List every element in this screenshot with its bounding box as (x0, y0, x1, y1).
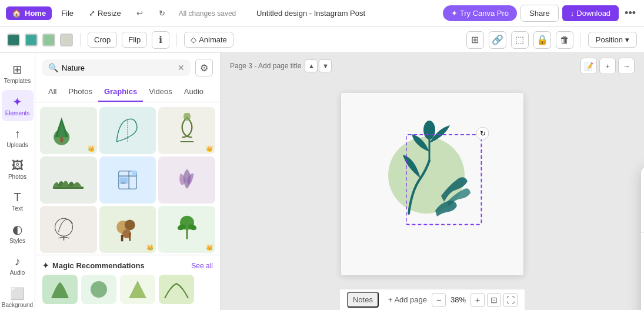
tab-audio[interactable]: Audio (178, 82, 209, 102)
search-icon: 🔍 (48, 63, 58, 72)
graphic-item[interactable] (158, 156, 215, 204)
download-button[interactable]: ↓ Download (562, 5, 619, 21)
ctx-paste[interactable]: ⊡ Paste Ctrl+V (641, 191, 644, 211)
page-more-button[interactable]: → (618, 58, 635, 74)
fit-to-screen-button[interactable]: ⊡ (487, 293, 501, 307)
graphics-grid: 👑 👑 👑 (35, 102, 220, 255)
page-add-button[interactable]: + (599, 58, 616, 74)
more-options-button[interactable]: ••• (622, 5, 638, 22)
magic-item[interactable] (42, 275, 78, 304)
share-button[interactable]: Share (520, 5, 559, 22)
styles-label: Styles (9, 238, 25, 244)
sidebar-item-templates[interactable]: ⊞ Templates (2, 58, 34, 89)
sidebar-item-background[interactable]: ⬜ Background (2, 282, 34, 310)
search-input[interactable] (62, 64, 174, 72)
svg-rect-4 (60, 139, 64, 141)
document-title: Untitled design - Instagram Post (256, 9, 365, 18)
graphic-item[interactable]: 👑 (158, 206, 215, 253)
graphic-item[interactable] (40, 206, 97, 253)
flip-button[interactable]: Flip (122, 32, 147, 48)
filter-button[interactable]: ⚙ (195, 59, 213, 76)
group-button[interactable]: ⬚ (511, 31, 529, 49)
graphic-item[interactable] (99, 156, 156, 204)
format-toolbar: Crop Flip ℹ ◇ Animate ⊞ 🔗 ⬚ 🔒 🗑 Position… (0, 27, 644, 53)
ctx-bring-forward: ⧉ Bring Forward Ctrl+] (641, 275, 644, 295)
color-swatch-3[interactable] (42, 34, 55, 46)
animate-icon: ◇ (191, 35, 196, 44)
notes-button[interactable]: Notes (347, 292, 379, 308)
sidebar-item-elements[interactable]: ✦ Elements (2, 90, 34, 121)
graphic-item[interactable] (99, 107, 156, 154)
tab-photos[interactable]: Photos (62, 82, 98, 102)
magic-star-icon: ✦ (42, 261, 49, 270)
photos-label: Photos (8, 174, 26, 180)
color-swatch-1[interactable] (7, 34, 20, 46)
crop-label: Crop (94, 35, 111, 44)
ctx-copy[interactable]: ⊡ Copy Ctrl+C (641, 171, 644, 191)
tab-videos[interactable]: Videos (143, 82, 178, 102)
left-panel: 🔍 ✕ ⚙ All Photos Graphics Videos Audio (35, 53, 221, 310)
color-swatch-2[interactable] (25, 34, 38, 46)
zoom-out-button[interactable]: − (432, 293, 446, 307)
sidebar-item-uploads[interactable]: ↑ Uploads (2, 122, 34, 153)
graphic-item[interactable] (40, 156, 97, 204)
magic-item[interactable] (159, 275, 194, 304)
delete-toolbar-button[interactable]: 🗑 (556, 31, 573, 49)
ctx-divider-1 (641, 232, 644, 233)
magic-item[interactable] (81, 275, 116, 304)
try-pro-button[interactable]: ✦ Try Canva Pro (443, 5, 517, 21)
page-down-button[interactable]: ▼ (319, 59, 332, 72)
color-swatch-4[interactable] (60, 34, 73, 46)
home-button[interactable]: 🏠 Home (6, 6, 52, 20)
page-notes-button[interactable]: 📝 (580, 58, 597, 74)
text-label: Text (12, 205, 22, 212)
graphic-item[interactable]: 👑 (158, 107, 215, 154)
graphic-item[interactable]: 👑 (40, 107, 97, 154)
rotate-handle[interactable]: ↻ (476, 126, 489, 139)
undo-button[interactable]: ↩ (131, 4, 149, 23)
animate-button[interactable]: ◇ Animate (184, 32, 233, 48)
uploads-icon: ↑ (15, 127, 21, 141)
styles-icon: ◐ (12, 222, 22, 236)
sidebar-item-text[interactable]: T Text (2, 186, 34, 216)
ctx-send-backward[interactable]: ⧉ Send Backward Ctrl+[ (641, 235, 644, 255)
graphic-item[interactable]: 👑 (99, 206, 156, 253)
ctx-delete[interactable]: 🗑 Delete DEL (641, 211, 644, 230)
fullscreen-button[interactable]: ⛶ (503, 293, 518, 307)
page-up-button[interactable]: ▲ (305, 59, 318, 72)
tab-graphics[interactable]: Graphics (98, 82, 143, 102)
resize-icon: ⤢ (89, 9, 95, 18)
transparency-button[interactable]: ⊞ (466, 31, 484, 49)
link-button[interactable]: 🔗 (489, 31, 506, 49)
sidebar-item-styles[interactable]: ◐ Styles (2, 218, 34, 249)
lock-button[interactable]: 🔒 (533, 31, 551, 49)
file-button[interactable]: File (55, 6, 79, 20)
sidebar-item-photos[interactable]: 🖼 Photos (2, 154, 34, 185)
zoom-in-button[interactable]: + (471, 293, 485, 307)
crop-button[interactable]: Crop (88, 32, 117, 48)
autosave-status: All changes saved (179, 9, 249, 18)
magic-item[interactable] (120, 275, 155, 304)
info-button[interactable]: ℹ (152, 31, 169, 49)
photos-icon: 🖼 (12, 159, 24, 172)
try-pro-label: ✦ Try Canva Pro (451, 9, 509, 18)
add-page-button[interactable]: + Add page (388, 295, 427, 304)
uploads-label: Uploads (6, 142, 28, 148)
clear-search-button[interactable]: ✕ (178, 63, 185, 72)
resize-button[interactable]: ⤢ Resize (83, 6, 127, 20)
animate-label: Animate (199, 35, 227, 44)
page-navigation: ▲ ▼ (305, 59, 332, 72)
page-title[interactable]: Page 3 - Add page title (230, 62, 301, 70)
design-canvas[interactable]: ↻ (341, 93, 523, 275)
context-menu: ⊡ Copy Ctrl+C ⊡ Paste Ctrl+V 🗑 Delete (641, 167, 644, 310)
redo-button[interactable]: ↻ (153, 4, 172, 23)
ctx-send-to-back[interactable]: ⧉ Send to Back Ctrl+Alt+[ (641, 255, 644, 275)
templates-icon: ⊞ (12, 62, 22, 76)
see-all-button[interactable]: See all (191, 262, 213, 270)
search-bar: 🔍 ✕ ⚙ (35, 53, 220, 82)
magic-title: ✦ Magic Recommendations (42, 261, 145, 270)
position-button[interactable]: Position ▾ (588, 32, 637, 48)
page-actions: 📝 + → (580, 58, 635, 74)
sidebar-item-audio[interactable]: ♪ Audio (2, 250, 34, 281)
tab-all[interactable]: All (42, 82, 62, 102)
